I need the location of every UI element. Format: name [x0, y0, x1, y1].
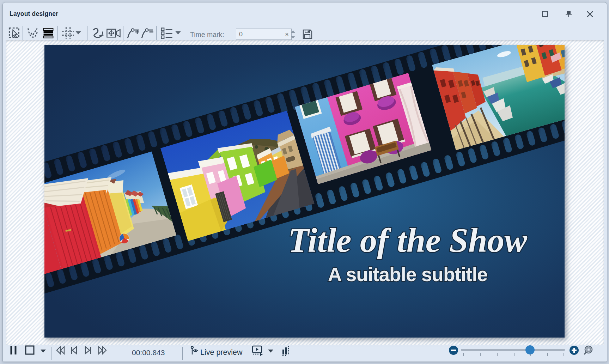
svg-text:A suitable subtitle: A suitable subtitle	[328, 263, 488, 285]
svg-text:Title of the Show: Title of the Show	[288, 222, 528, 259]
